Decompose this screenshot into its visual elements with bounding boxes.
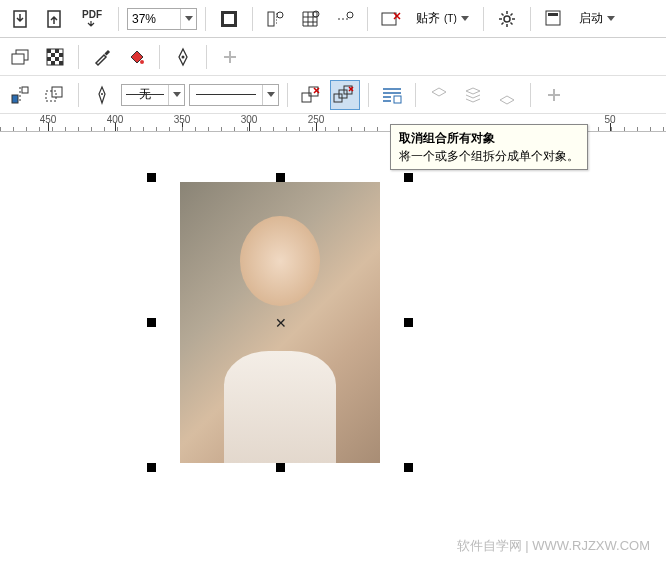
add-button[interactable]	[539, 80, 569, 110]
launch-panel-icon[interactable]	[539, 4, 569, 34]
show-grid-icon[interactable]	[295, 4, 325, 34]
snap-suffix: (T)	[444, 13, 457, 24]
outline-pen-icon[interactable]	[87, 80, 117, 110]
svg-rect-30	[302, 93, 311, 102]
separator	[368, 83, 369, 107]
separator	[530, 83, 531, 107]
svg-rect-11	[548, 13, 558, 16]
svg-rect-15	[47, 49, 51, 53]
svg-rect-22	[59, 61, 63, 65]
svg-rect-25	[12, 95, 18, 103]
ungroup-icon[interactable]	[296, 80, 326, 110]
zoom-input[interactable]	[128, 12, 180, 26]
svg-point-24	[182, 55, 185, 58]
transparency-checker-icon[interactable]	[40, 42, 70, 72]
eyedropper-icon[interactable]	[87, 42, 117, 72]
svg-point-29	[101, 93, 103, 95]
outline-width-value: 无	[124, 86, 166, 104]
svg-rect-4	[268, 12, 274, 26]
layer-stack-icon[interactable]	[458, 80, 488, 110]
tooltip-title: 取消组合所有对象	[399, 129, 579, 147]
outline-width-select[interactable]: 无	[121, 84, 185, 106]
svg-rect-27	[46, 91, 56, 101]
svg-rect-16	[55, 49, 59, 53]
line-style-select[interactable]	[189, 84, 279, 106]
svg-rect-8	[382, 13, 396, 25]
secondary-toolbar	[0, 38, 666, 76]
chevron-down-icon[interactable]	[262, 85, 278, 105]
svg-rect-35	[394, 96, 401, 103]
chevron-down-icon[interactable]	[168, 85, 184, 105]
ungroup-all-icon[interactable]	[330, 80, 360, 110]
separator	[530, 7, 531, 31]
separator	[159, 45, 160, 69]
separator	[287, 83, 288, 107]
svg-point-5	[277, 12, 283, 18]
svg-point-9	[504, 16, 510, 22]
svg-rect-21	[51, 61, 55, 65]
watermark-text: 软件自学网 | WWW.RJZXW.COM	[457, 537, 650, 555]
selection-handle[interactable]	[147, 173, 156, 182]
selection-handle[interactable]	[147, 463, 156, 472]
separator	[118, 7, 119, 31]
options-gear-icon[interactable]	[492, 4, 522, 34]
snap-off-icon[interactable]	[376, 4, 406, 34]
svg-rect-28	[52, 87, 62, 97]
svg-point-7	[347, 12, 353, 18]
svg-rect-18	[59, 53, 63, 57]
pen-nib-icon[interactable]	[168, 42, 198, 72]
selection-handle[interactable]	[404, 173, 413, 182]
tooltip: 取消组合所有对象 将一个或多个组拆分成单个对象。	[390, 124, 588, 170]
chevron-down-icon	[461, 16, 469, 22]
launch-dropdown[interactable]: 启动	[573, 4, 621, 34]
selection-handle[interactable]	[404, 318, 413, 327]
selection-handle[interactable]	[276, 173, 285, 182]
layer-back-icon[interactable]	[492, 80, 522, 110]
main-toolbar: PDF 贴齐 (T) 启动	[0, 0, 666, 38]
separator	[252, 7, 253, 31]
selection-handle[interactable]	[276, 463, 285, 472]
separator	[78, 45, 79, 69]
chevron-down-icon	[607, 16, 615, 22]
selection-handle[interactable]	[147, 318, 156, 327]
align-distribute-icon[interactable]	[6, 80, 36, 110]
order-objects-icon[interactable]	[40, 80, 70, 110]
snap-to-dropdown[interactable]: 贴齐 (T)	[410, 4, 475, 34]
full-screen-preview-icon[interactable]	[214, 4, 244, 34]
svg-rect-20	[55, 57, 59, 61]
wrap-text-icon[interactable]	[377, 80, 407, 110]
svg-rect-17	[51, 53, 55, 57]
snap-label: 贴齐	[416, 10, 440, 27]
separator	[367, 7, 368, 31]
show-guidelines-icon[interactable]	[329, 4, 359, 34]
svg-rect-3	[224, 14, 234, 24]
paint-bucket-icon[interactable]	[121, 42, 151, 72]
export-up-icon[interactable]	[40, 4, 70, 34]
rect-stack-icon[interactable]	[6, 42, 36, 72]
chevron-down-icon[interactable]	[180, 9, 196, 29]
canvas-area[interactable]: ✕	[0, 132, 666, 562]
import-down-icon[interactable]	[6, 4, 36, 34]
separator	[415, 83, 416, 107]
separator	[205, 7, 206, 31]
selection-center-x: ✕	[275, 315, 287, 331]
zoom-level-select[interactable]	[127, 8, 197, 30]
launch-label: 启动	[579, 10, 603, 27]
selection-handle[interactable]	[404, 463, 413, 472]
add-button[interactable]	[215, 42, 245, 72]
pdf-label: PDF	[82, 9, 102, 20]
property-toolbar: 无	[0, 76, 666, 114]
svg-rect-13	[12, 54, 24, 64]
publish-pdf-button[interactable]: PDF	[74, 4, 110, 34]
show-rulers-icon[interactable]	[261, 4, 291, 34]
separator	[206, 45, 207, 69]
layer-front-icon[interactable]	[424, 80, 454, 110]
svg-point-23	[140, 60, 144, 64]
line-style-preview	[190, 85, 262, 105]
tooltip-description: 将一个或多个组拆分成单个对象。	[399, 147, 579, 165]
svg-rect-26	[22, 87, 28, 93]
svg-rect-19	[47, 57, 51, 61]
separator	[78, 83, 79, 107]
separator	[483, 7, 484, 31]
